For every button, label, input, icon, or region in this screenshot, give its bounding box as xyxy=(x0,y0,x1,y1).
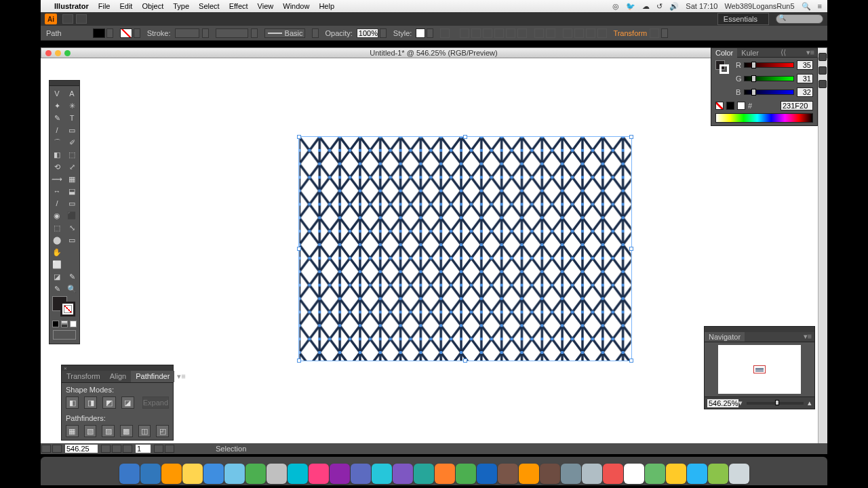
bbox-handle-tm[interactable] xyxy=(463,135,467,139)
tool-13-1[interactable] xyxy=(64,246,79,258)
tool-4-0[interactable]: ⌒ xyxy=(50,136,64,148)
align-hcenter-button[interactable] xyxy=(471,28,481,38)
navigator-zoom-slider[interactable] xyxy=(747,402,804,405)
zoom-in-icon[interactable]: ▴ xyxy=(808,399,812,407)
minus-front-button[interactable]: ◨ xyxy=(84,396,97,409)
brush-definition[interactable]: Basic xyxy=(264,28,305,38)
exclude-button[interactable]: ◪ xyxy=(121,396,134,409)
tool-16-1[interactable]: 🔍 xyxy=(64,283,79,295)
hex-input[interactable]: 231F20 xyxy=(781,101,813,110)
zoom-out-icon[interactable]: ▾ xyxy=(738,399,743,407)
dock-app-23[interactable] xyxy=(603,464,623,484)
outline-button[interactable]: ◫ xyxy=(138,425,151,437)
tool-7-0[interactable]: ⟿ xyxy=(50,173,64,185)
window-zoom-button[interactable] xyxy=(64,50,71,56)
tab-kuler[interactable]: Kuler xyxy=(737,48,763,58)
transform-link[interactable]: Transform xyxy=(613,29,647,37)
notifications-icon[interactable]: ≡ xyxy=(818,2,822,10)
dock-app-21[interactable] xyxy=(561,464,581,484)
bbox-handle-mr[interactable] xyxy=(629,247,633,251)
dock-app-19[interactable] xyxy=(519,464,539,484)
red-slider[interactable] xyxy=(744,62,794,68)
tool-5-0[interactable]: ◧ xyxy=(50,148,64,161)
tool-8-0[interactable]: ↔ xyxy=(50,185,64,197)
distribute-h-button[interactable] xyxy=(534,28,544,38)
view-mode-button[interactable] xyxy=(41,445,51,453)
tab-color[interactable]: Color xyxy=(711,48,737,58)
trim-button[interactable]: ▧ xyxy=(84,425,97,437)
dock-app-7[interactable] xyxy=(267,464,287,484)
dock-app-26[interactable] xyxy=(666,464,686,484)
spotlight-icon[interactable]: 🔍 xyxy=(802,2,811,11)
dock-app-4[interactable] xyxy=(203,464,224,484)
dock-app-16[interactable] xyxy=(456,464,476,484)
blue-value-input[interactable]: 32 xyxy=(797,87,813,97)
brush-dropdown[interactable] xyxy=(312,28,319,38)
tool-16-0[interactable]: ✎ xyxy=(50,283,64,295)
panel-menu-icon[interactable]: ▾≡ xyxy=(801,332,814,342)
zoom-level-input[interactable]: 546.25 xyxy=(65,445,98,453)
dock-app-13[interactable] xyxy=(393,464,413,484)
align-top-button[interactable] xyxy=(494,28,504,38)
artboard-nav-button[interactable] xyxy=(52,445,62,453)
profile-dropdown[interactable] xyxy=(216,28,248,38)
menu-edit[interactable]: Edit xyxy=(119,2,132,10)
dock-app-2[interactable] xyxy=(161,464,182,484)
dock-app-14[interactable] xyxy=(414,464,434,484)
fill-swatch[interactable] xyxy=(93,28,105,38)
transform-panel-button[interactable] xyxy=(650,28,659,38)
bridge-button[interactable] xyxy=(62,14,73,24)
tool-1-1[interactable]: ✳ xyxy=(64,100,79,112)
tab-align[interactable]: Align xyxy=(105,371,131,382)
tool-4-1[interactable]: ✐ xyxy=(64,136,79,148)
tool-7-1[interactable]: ▦ xyxy=(64,173,79,185)
dock-app-1[interactable] xyxy=(140,464,161,484)
tool-15-1[interactable]: ✎ xyxy=(64,270,79,283)
align-to-button[interactable] xyxy=(563,28,572,38)
tool-2-1[interactable]: T xyxy=(64,112,79,124)
collapsed-panel-icon[interactable] xyxy=(818,53,827,61)
navigator-zoom-value[interactable]: 546.25% xyxy=(707,399,738,407)
align-right-button[interactable] xyxy=(483,28,492,38)
collapsed-panel-icon[interactable] xyxy=(818,66,827,75)
minus-back-button[interactable]: ◰ xyxy=(156,425,169,437)
tool-12-0[interactable]: ⬤ xyxy=(50,234,64,246)
recolor-button[interactable] xyxy=(440,28,450,38)
opacity-dropdown[interactable] xyxy=(380,28,387,38)
tool-6-1[interactable]: ⤢ xyxy=(64,161,79,173)
window-minimize-button[interactable] xyxy=(55,50,61,56)
dock-app-17[interactable] xyxy=(477,464,497,484)
first-artboard-button[interactable] xyxy=(112,445,121,453)
tool-9-0[interactable]: / xyxy=(50,197,64,209)
panel-menu-icon[interactable]: ▾≡ xyxy=(804,48,817,57)
tool-3-0[interactable]: / xyxy=(50,124,64,136)
align-left-button[interactable] xyxy=(460,28,469,38)
navigator-viewport[interactable] xyxy=(718,345,801,394)
black-swatch[interactable] xyxy=(726,102,734,110)
transform-dropdown[interactable] xyxy=(661,28,668,38)
panel-collapse-icon[interactable]: ⟨⟨ xyxy=(778,48,789,57)
user-name[interactable]: Web389LogansRun5 xyxy=(724,2,794,10)
tool-0-0[interactable]: V xyxy=(50,87,64,100)
window-close-button[interactable] xyxy=(45,50,52,56)
selected-artwork[interactable] xyxy=(298,136,632,361)
dock-app-5[interactable] xyxy=(224,464,245,484)
dock-app-29[interactable] xyxy=(729,464,749,484)
red-value-input[interactable]: 35 xyxy=(797,60,813,70)
status-icon[interactable]: ◎ xyxy=(612,2,619,11)
screen-mode-button[interactable] xyxy=(53,330,76,340)
bbox-handle-ml[interactable] xyxy=(297,247,301,251)
dock-app-22[interactable] xyxy=(582,464,602,484)
volume-icon[interactable]: 🔊 xyxy=(669,2,679,11)
tool-10-0[interactable]: ◉ xyxy=(50,209,64,222)
bbox-handle-br[interactable] xyxy=(629,359,633,363)
fill-stroke-indicator[interactable] xyxy=(52,296,77,318)
opacity-input[interactable]: 100% xyxy=(357,28,378,38)
style-swatch[interactable] xyxy=(416,28,425,38)
dock-app-27[interactable] xyxy=(687,464,707,484)
align-bottom-button[interactable] xyxy=(517,28,527,38)
menu-object[interactable]: Object xyxy=(142,2,163,10)
collapsed-panel-icon[interactable] xyxy=(818,80,827,88)
workspace-switcher[interactable]: Essentials xyxy=(717,13,769,25)
tab-pathfinder[interactable]: Pathfinder xyxy=(131,371,174,382)
